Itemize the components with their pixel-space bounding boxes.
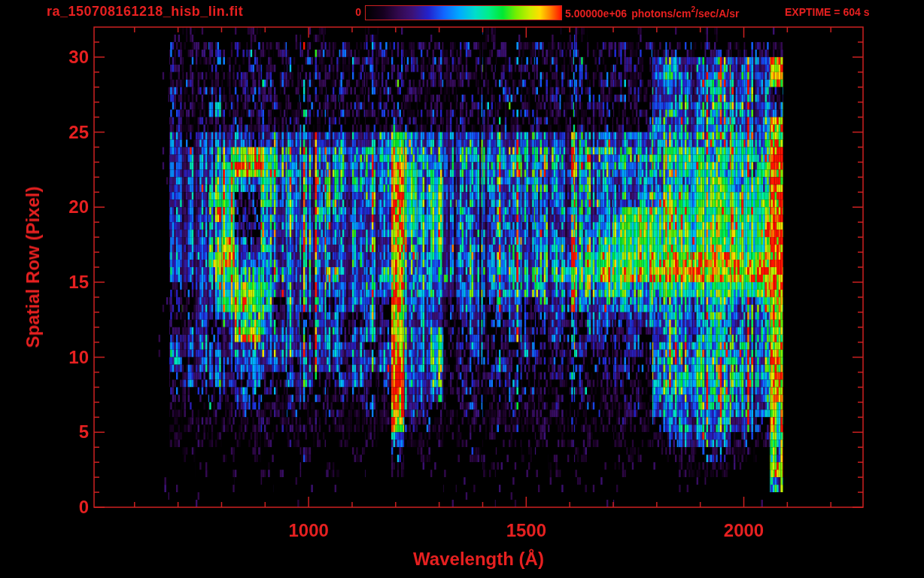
spectrogram-window: ra_150708161218_hisb_lin.fit 0 5.00000e+…	[0, 0, 924, 578]
y-tick-label: 0	[36, 497, 89, 518]
colorbar	[365, 5, 562, 20]
colorbar-units-prefix: photons/cm	[631, 8, 691, 20]
spectrogram-canvas	[0, 0, 924, 578]
plot-title: ra_150708161218_hisb_lin.fit	[47, 4, 243, 20]
colorbar-max-label: 5.00000e+06photons/cm2/sec/A/sr	[565, 6, 739, 20]
colorbar-units-exponent: 2	[691, 5, 695, 14]
x-tick-label: 1000	[271, 520, 346, 541]
colorbar-max-value: 5.00000e+06	[565, 8, 627, 20]
x-axis-title: Wavelength (Å)	[413, 549, 544, 570]
x-tick-label: 1500	[488, 520, 564, 541]
colorbar-min-label: 0	[340, 6, 361, 18]
y-tick-label: 25	[36, 122, 89, 143]
x-tick-label: 2000	[707, 520, 782, 541]
exptime-label: EXPTIME = 604 s	[785, 6, 869, 18]
y-tick-label: 20	[36, 196, 89, 218]
y-tick-label: 30	[36, 47, 89, 68]
y-tick-label: 5	[36, 421, 89, 443]
y-tick-label: 15	[36, 272, 89, 293]
colorbar-units-suffix: /sec/A/sr	[695, 8, 739, 20]
y-tick-label: 10	[36, 347, 89, 368]
